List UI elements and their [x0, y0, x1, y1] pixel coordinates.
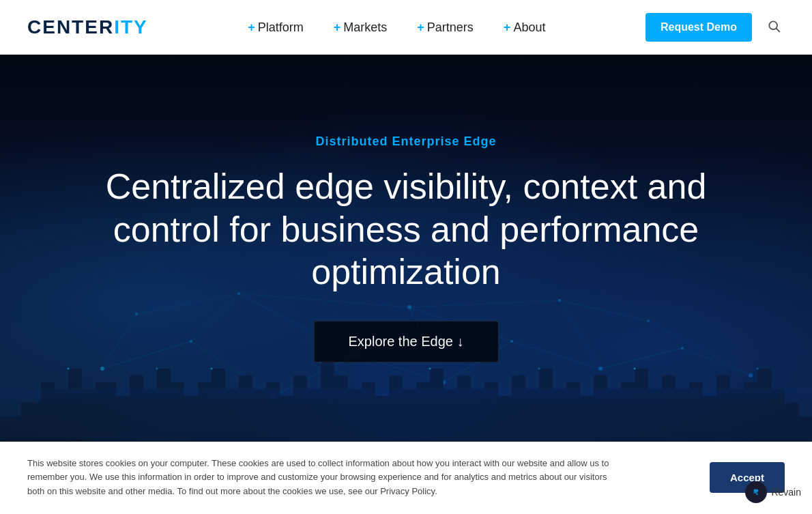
- nav-label-platform: Platform: [258, 20, 304, 35]
- nav-item-partners[interactable]: + Partners: [405, 15, 486, 40]
- revain-label: Revain: [771, 487, 801, 498]
- svg-line-1: [777, 28, 780, 31]
- logo-text: CENTERITY: [27, 16, 148, 38]
- revain-badge: Revain: [745, 481, 801, 503]
- header-right: Request Demo: [646, 13, 785, 42]
- svg-point-37: [68, 368, 70, 370]
- header: CENTERITY + Platform + Markets + Partner…: [0, 0, 812, 55]
- plus-icon-about: +: [504, 20, 511, 35]
- nav-item-markets[interactable]: + Markets: [321, 15, 400, 40]
- nav-item-about[interactable]: + About: [491, 15, 558, 40]
- explore-edge-button[interactable]: Explore the Edge ↓: [314, 321, 499, 362]
- nav-label-partners: Partners: [427, 20, 474, 35]
- svg-point-44: [757, 368, 759, 370]
- hero-section: Distributed Enterprise Edge Centralized …: [0, 55, 812, 470]
- nav-item-platform[interactable]: + Platform: [235, 15, 316, 40]
- hero-title: Centralized edge visibility, context and…: [99, 165, 713, 293]
- nav-label-markets: Markets: [343, 20, 387, 35]
- hero-content: Distributed Enterprise Edge Centralized …: [58, 134, 754, 362]
- cookie-text: This website stores cookies on your comp…: [27, 457, 641, 499]
- revain-icon: [745, 481, 767, 503]
- svg-point-41: [429, 368, 431, 370]
- main-nav: + Platform + Markets + Partners + About: [235, 15, 557, 40]
- svg-point-39: [211, 368, 213, 370]
- plus-icon-partners: +: [417, 20, 424, 35]
- hero-subtitle: Distributed Enterprise Edge: [99, 134, 713, 149]
- svg-point-38: [156, 368, 158, 370]
- svg-rect-36: [0, 389, 812, 403]
- svg-point-42: [538, 368, 540, 370]
- plus-icon-platform: +: [248, 20, 255, 35]
- nav-label-about: About: [513, 20, 545, 35]
- cookie-banner: This website stores cookies on your comp…: [0, 442, 812, 514]
- search-icon: [767, 19, 781, 33]
- logo[interactable]: CENTERITY: [27, 16, 148, 38]
- revain-logo-icon: [749, 485, 763, 499]
- svg-point-43: [634, 368, 636, 370]
- request-demo-button[interactable]: Request Demo: [646, 13, 752, 42]
- search-button[interactable]: [763, 16, 785, 39]
- plus-icon-markets: +: [334, 20, 341, 35]
